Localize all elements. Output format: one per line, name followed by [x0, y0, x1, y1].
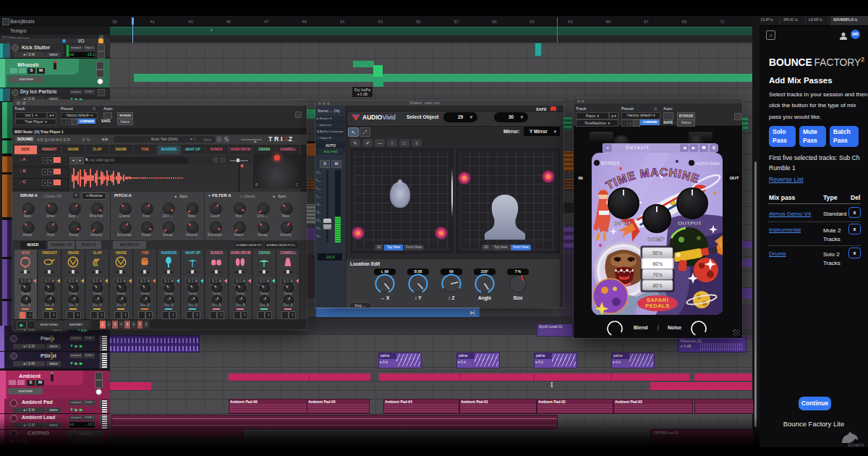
svg-text:OUTPUT: OUTPUT: [678, 220, 702, 227]
svg-text:PEDALS: PEDALS: [645, 303, 669, 309]
svg-text:80’s: 80’s: [652, 282, 663, 289]
svg-text:COMP: COMP: [647, 236, 665, 242]
svg-text:60’s: 60’s: [652, 261, 663, 267]
svg-text:70’s: 70’s: [652, 271, 663, 278]
svg-text:INPUT: INPUT: [614, 220, 631, 227]
svg-text:50’s: 50’s: [652, 250, 663, 256]
svg-text:BYPASS: BYPASS: [601, 161, 620, 166]
svg-text:AUTO GAIN: AUTO GAIN: [696, 161, 720, 166]
